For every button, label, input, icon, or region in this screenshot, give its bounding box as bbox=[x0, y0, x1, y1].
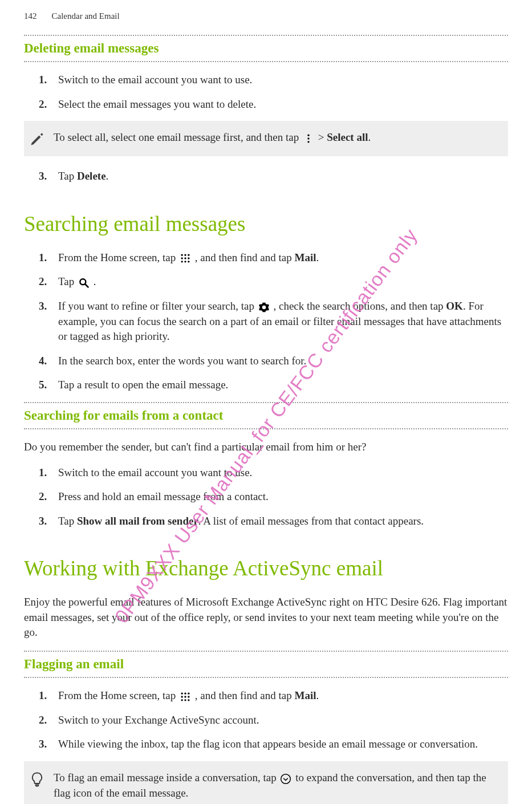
svg-point-23 bbox=[281, 774, 291, 783]
apps-grid-icon bbox=[180, 691, 191, 703]
list-item: From the Home screen, tap , and then fin… bbox=[58, 688, 508, 704]
svg-point-14 bbox=[181, 692, 183, 694]
svg-point-7 bbox=[184, 258, 186, 259]
svg-point-20 bbox=[181, 699, 183, 701]
note-bold: Select all bbox=[327, 131, 368, 143]
svg-point-2 bbox=[307, 141, 309, 143]
heading-search-contact: Searching for emails from a contact bbox=[24, 402, 508, 429]
lightbulb-icon bbox=[27, 770, 47, 787]
note-text: . bbox=[368, 131, 371, 143]
note-text: > bbox=[315, 131, 327, 143]
header-section: Calendar and Email bbox=[52, 10, 120, 22]
list-item: Switch to the email account you want to … bbox=[58, 72, 508, 88]
svg-point-15 bbox=[184, 692, 186, 694]
list-item: Tap Show all mail from sender. A list of… bbox=[58, 514, 508, 529]
list-item: Switch to the email account you want to … bbox=[58, 465, 508, 481]
svg-point-22 bbox=[188, 699, 189, 701]
heading-flagging: Flagging an email bbox=[24, 651, 508, 678]
list-item: Switch to your Exchange ActiveSync accou… bbox=[58, 713, 508, 728]
svg-point-3 bbox=[181, 254, 183, 256]
heading-activesync: Working with Exchange ActiveSync email bbox=[24, 554, 508, 583]
svg-point-1 bbox=[307, 137, 309, 139]
list-item: From the Home screen, tap , and then fin… bbox=[58, 250, 508, 266]
list-item: Tap a result to open the email message. bbox=[58, 377, 508, 393]
list-item: Tap . bbox=[58, 274, 508, 290]
list-item: While viewing the inbox, tap the flag ic… bbox=[58, 737, 508, 752]
note-flag-conversation: To flag an email message inside a conver… bbox=[24, 761, 508, 804]
expand-circle-icon bbox=[280, 773, 291, 785]
svg-line-13 bbox=[85, 285, 88, 287]
apps-grid-icon bbox=[180, 253, 191, 264]
svg-point-17 bbox=[181, 696, 183, 697]
heading-searching-email: Searching email messages bbox=[24, 209, 508, 239]
svg-point-9 bbox=[181, 261, 183, 263]
list-item: In the search box, enter the words you w… bbox=[58, 354, 508, 369]
svg-point-16 bbox=[188, 692, 189, 694]
more-vert-icon bbox=[303, 133, 314, 144]
svg-point-0 bbox=[307, 135, 309, 136]
note-text: To select all, select one email message … bbox=[54, 131, 302, 143]
svg-point-5 bbox=[188, 254, 189, 256]
heading-deleting-email: Deleting email messages bbox=[24, 35, 508, 62]
svg-point-4 bbox=[184, 254, 186, 256]
note-select-all: To select all, select one email message … bbox=[24, 121, 508, 156]
list-item: Tap Delete. bbox=[58, 169, 508, 184]
list-item: Select the email messages you want to de… bbox=[58, 97, 508, 112]
svg-point-8 bbox=[188, 258, 189, 259]
pencil-icon bbox=[27, 130, 47, 147]
search-icon bbox=[78, 277, 90, 289]
page-number: 142 bbox=[24, 10, 37, 22]
svg-point-18 bbox=[184, 696, 186, 697]
svg-point-6 bbox=[181, 258, 183, 259]
svg-point-21 bbox=[184, 699, 186, 701]
svg-point-10 bbox=[184, 261, 186, 263]
list-item: If you want to refine or filter your sea… bbox=[58, 299, 508, 344]
svg-point-11 bbox=[188, 261, 189, 263]
paragraph: Enjoy the powerful email features of Mic… bbox=[24, 595, 508, 640]
svg-point-19 bbox=[188, 696, 189, 697]
note-text: To flag an email message inside a conver… bbox=[54, 771, 279, 783]
list-item: Press and hold an email message from a c… bbox=[58, 489, 508, 505]
settings-icon bbox=[258, 302, 270, 313]
paragraph: Do you remember the sender, but can't fi… bbox=[24, 440, 508, 455]
